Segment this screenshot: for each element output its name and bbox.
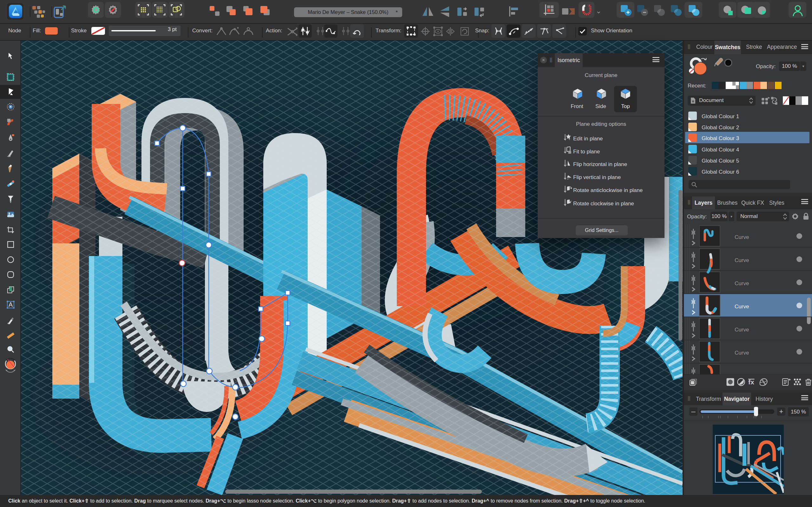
svg-text:Curve: Curve (734, 257, 749, 263)
svg-text:Curve: Curve (734, 280, 749, 286)
svg-text:A: A (9, 301, 13, 308)
svg-text:Curve: Curve (734, 327, 749, 333)
svg-text:Curve: Curve (734, 303, 749, 309)
svg-text:Curve: Curve (734, 234, 749, 240)
svg-text:Curve: Curve (734, 350, 749, 356)
